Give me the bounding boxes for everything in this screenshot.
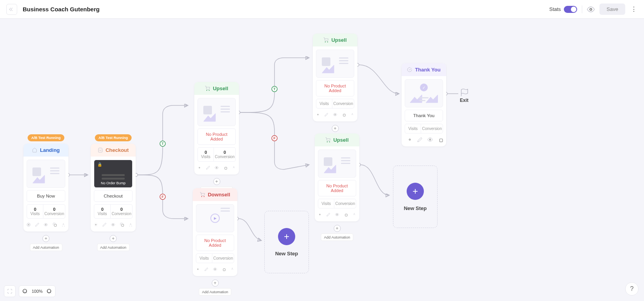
copy-icon[interactable] [438,137,443,142]
add-automation-label[interactable]: Add Automation [30,244,62,251]
node-warning: No Product Added [196,235,234,251]
eye-icon[interactable] [335,212,339,217]
svg-rect-42 [343,114,345,116]
ab-badge: A/B Test Running [95,134,132,141]
node-header: Upsell [313,34,357,46]
gear-icon[interactable] [316,112,320,118]
gear-icon[interactable] [318,212,322,217]
back-button[interactable] [6,4,17,15]
copy-icon[interactable] [342,112,346,118]
edit-icon[interactable] [417,137,423,142]
eye-icon[interactable] [215,165,219,171]
node-actions [197,162,236,171]
edit-icon[interactable] [206,165,210,171]
copy-icon[interactable] [53,222,57,228]
gear-icon[interactable] [196,266,200,272]
gear-icon[interactable] [197,165,201,171]
node-thumbnail: ✓ [405,79,443,107]
add-automation-label[interactable]: Add Automation [199,288,231,296]
svg-text:F: F [273,136,276,140]
node-header: Checkout [91,144,136,157]
svg-point-39 [328,42,328,42]
add-automation-button[interactable]: + [109,235,117,242]
svg-point-38 [325,42,326,42]
gear-icon[interactable] [27,222,30,228]
node-thumbnail [197,98,236,126]
add-automation-button[interactable]: + [212,280,219,287]
node-thankyou[interactable]: Thank You ✓ Thank You Visits Conversion [402,63,446,146]
add-automation-button[interactable]: + [42,235,49,242]
edit-icon[interactable] [326,212,330,217]
svg-point-41 [335,114,336,115]
svg-rect-50 [439,139,443,142]
funnel-canvas[interactable]: T F T F A/B Test Running Landing Buy Now… [0,19,644,301]
node-warning: No Product Added [197,128,236,145]
preview-icon[interactable] [587,5,595,13]
add-automation-button[interactable]: + [213,178,220,185]
add-automation-button[interactable]: + [332,125,339,132]
svg-point-29 [209,90,210,91]
eye-icon[interactable] [427,137,433,142]
svg-text:F: F [161,195,164,199]
node-header: Landing [23,144,68,157]
svg-text:T: T [273,87,276,91]
split-icon[interactable] [352,212,356,217]
node-stats: Visits Conversion [316,99,354,109]
edit-icon[interactable] [102,222,106,228]
add-automation-label[interactable]: Add Automation [97,244,129,251]
svg-rect-47 [345,214,347,216]
node-label: Buy Now [27,190,65,202]
copy-icon[interactable] [223,165,227,171]
split-icon[interactable] [232,165,236,171]
split-icon[interactable] [230,266,234,272]
node-upsell-1[interactable]: Upsell No Product Added 0Visits 0Convers… [194,82,239,175]
edit-icon[interactable] [205,266,208,272]
node-landing[interactable]: A/B Test Running Landing Buy Now 0Visits… [23,144,68,232]
zoom-out-icon[interactable] [47,289,52,294]
split-icon[interactable] [350,112,354,118]
split-icon[interactable] [129,222,133,228]
edit-icon[interactable] [35,222,39,228]
cart-icon [323,37,328,43]
svg-rect-37 [223,269,225,271]
svg-point-3 [160,141,165,146]
eye-icon[interactable] [213,266,217,272]
svg-point-26 [113,224,114,225]
node-stats: 0Visits 0Conversion [197,147,236,162]
svg-rect-32 [225,167,227,169]
gear-icon[interactable] [407,137,413,142]
exit-marker: Exit [460,88,468,103]
stats-toggle[interactable] [564,6,577,13]
svg-rect-27 [121,224,124,226]
split-icon[interactable] [61,222,65,228]
fullscreen-button[interactable] [4,285,16,297]
zoom-level: 100% [32,289,43,294]
svg-text:T: T [161,142,164,146]
node-upsell-3[interactable]: Upsell No Product Added Visits Conversio… [315,134,359,221]
node-thumbnail [318,150,356,178]
copy-icon[interactable] [344,212,348,217]
node-upsell-2[interactable]: Upsell No Product Added Visits Conversio… [313,34,357,121]
node-stats: Visits Conversion [405,124,443,134]
add-automation-label[interactable]: Add Automation [321,233,353,241]
copy-icon[interactable] [120,222,124,228]
eye-icon[interactable] [111,222,115,228]
ab-badge: A/B Test Running [27,134,65,141]
save-button[interactable]: Save [599,4,625,15]
add-automation-button[interactable]: + [334,225,341,232]
eye-icon[interactable] [333,112,337,118]
gear-icon[interactable] [94,222,98,228]
plus-icon: + [278,228,295,245]
node-downsell[interactable]: Downsell ▶ No Product Added Visits Conve… [193,188,237,276]
copy-icon[interactable] [222,266,226,272]
new-step-placeholder[interactable]: + New Step [264,211,309,273]
eye-icon[interactable] [44,222,48,228]
zoom-in-icon[interactable] [22,289,28,294]
help-button[interactable]: ? [625,282,639,296]
node-checkout[interactable]: A/B Test Running Checkout 🔒 No Order Bum… [91,144,136,232]
node-actions [318,208,356,218]
new-step-placeholder[interactable]: + New Step [393,166,438,228]
more-menu-button[interactable]: ⋮ [630,5,638,13]
edit-icon[interactable] [325,112,328,118]
svg-point-0 [590,8,592,10]
